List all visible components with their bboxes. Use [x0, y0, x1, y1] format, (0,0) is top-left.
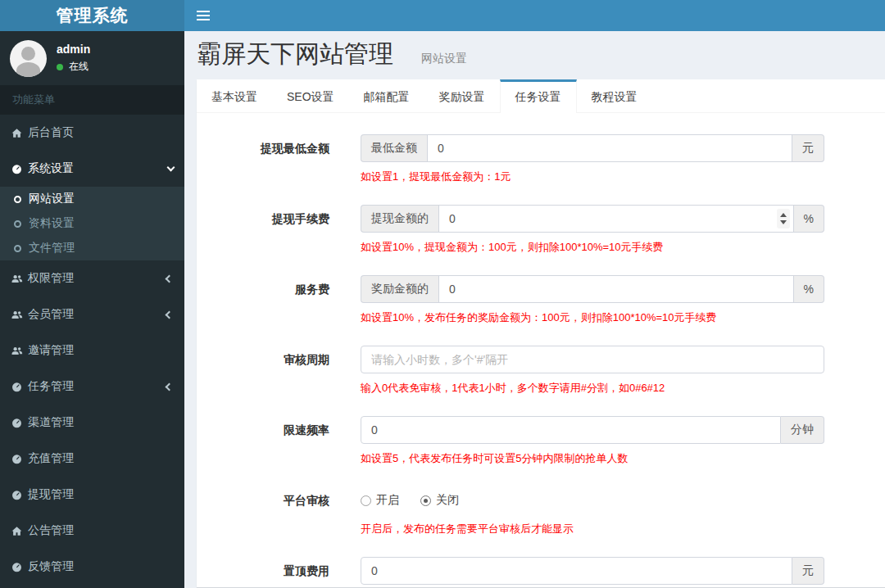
field-input-6[interactable]: [361, 557, 792, 585]
navbar: [184, 0, 885, 31]
users-icon: [11, 273, 23, 285]
chevron-left-icon: [166, 274, 174, 283]
radio-unchecked-icon[interactable]: [361, 495, 371, 506]
field-input-3[interactable]: [361, 346, 824, 373]
sidebar-section-header: 功能菜单: [0, 85, 184, 115]
avatar-head: [21, 47, 35, 61]
field-label: 限速频率: [197, 416, 329, 466]
sidebar-item-6[interactable]: 渠道管理: [0, 405, 184, 441]
user-status: 在线: [57, 60, 90, 74]
form-row-6: 置顶费用元如设置15，置顶费用为每小时15元: [197, 557, 885, 588]
tab-1[interactable]: SEO设置: [272, 79, 349, 112]
radio-checked-icon[interactable]: [420, 495, 431, 506]
radio-option-1[interactable]: 关闭: [420, 493, 459, 508]
field: 奖励金额的%如设置10%，发布任务的奖励金额为：100元，则扣除100*10%=…: [361, 275, 824, 325]
sidebar-item-3[interactable]: 会员管理: [0, 296, 184, 332]
input-wrap: [361, 416, 781, 444]
field-input-1[interactable]: [438, 205, 794, 233]
tab-2[interactable]: 邮箱配置: [349, 79, 424, 112]
tab-4[interactable]: 任务设置: [500, 79, 577, 113]
field: 提现金额的%如设置10%，提现金额为：100元，则扣除100*10%=10元手续…: [361, 205, 824, 255]
sidebar-item-label: 公告管理: [28, 523, 74, 538]
gauge-icon: [11, 163, 23, 175]
submenu-item-1-0[interactable]: 网站设置: [0, 187, 184, 211]
field-hint: 输入0代表免审核，1代表1小时，多个数字请用#分割，如0#6#12: [361, 381, 824, 396]
home-icon: [11, 525, 23, 537]
tab-3[interactable]: 奖励设置: [424, 79, 500, 112]
sidebar-item-5[interactable]: 任务管理: [0, 369, 184, 405]
input-suffix-addon: 分钟: [781, 416, 824, 444]
field-input-2[interactable]: [438, 275, 794, 303]
form-row-1: 提现手续费提现金额的%如设置10%，提现金额为：100元，则扣除100*10%=…: [197, 205, 885, 255]
number-spinner[interactable]: [777, 209, 790, 228]
field-input-4[interactable]: [361, 416, 781, 444]
field-hint: 开启后，发布的任务需要平台审核后才能显示: [361, 522, 824, 536]
circle-icon: [14, 196, 21, 203]
sidebar-item-label: 任务管理: [28, 379, 74, 394]
form-row-2: 服务费奖励金额的%如设置10%，发布任务的奖励金额为：100元，则扣除100*1…: [197, 275, 885, 325]
page-subtitle: 网站设置: [421, 52, 467, 65]
field-input-0[interactable]: [427, 134, 792, 162]
spin-down-icon[interactable]: [780, 220, 787, 224]
chevron-down-icon: [167, 164, 175, 172]
input-group: 提现金额的%: [361, 205, 824, 233]
field: 最低金额元如设置1，提现最低金额为：1元: [361, 134, 824, 184]
input-prefix-addon: 提现金额的: [361, 205, 438, 233]
radio-option-0[interactable]: 开启: [361, 493, 399, 508]
input-group: 分钟: [361, 416, 824, 444]
avatar: [10, 40, 47, 77]
sidebar-item-0[interactable]: 后台首页: [0, 115, 184, 151]
input-prefix-addon: 奖励金额的: [361, 275, 438, 303]
sidebar-item-10[interactable]: 反馈管理: [0, 549, 184, 585]
field-label: 平台审核: [197, 486, 329, 536]
form-row-4: 限速频率分钟如设置5，代表发布任务时可设置5分钟内限制的抢单人数: [197, 416, 885, 466]
spin-up-icon[interactable]: [780, 213, 787, 217]
sidebar-item-label: 充值管理: [28, 451, 74, 466]
page-header: 霸屏天下网站管理 网站设置: [184, 31, 885, 79]
gauge-icon: [11, 561, 23, 573]
sidebar-item-label: 渠道管理: [28, 415, 74, 430]
form-row-3: 审核周期输入0代表免审核，1代表1小时，多个数字请用#分割，如0#6#12: [197, 346, 885, 396]
app-logo: 管理系统: [0, 0, 184, 31]
sidebar-toggle-button[interactable]: [184, 0, 222, 31]
page-title: 霸屏天下网站管理: [197, 40, 393, 67]
input-group: 奖励金额的%: [361, 275, 824, 303]
sidebar-item-7[interactable]: 充值管理: [0, 441, 184, 477]
input-group: 元: [361, 557, 824, 585]
input-wrap: [361, 346, 824, 373]
input-group: 最低金额元: [361, 134, 824, 162]
submenu-item-1-2[interactable]: 文件管理: [0, 236, 184, 260]
sidebar-item-1[interactable]: 系统设置: [0, 151, 184, 187]
sidebar-item-8[interactable]: 提现管理: [0, 477, 184, 513]
sidebar-item-9[interactable]: 公告管理: [0, 513, 184, 549]
field-label: 置顶费用: [197, 557, 329, 588]
field: 开启关闭开启后，发布的任务需要平台审核后才能显示: [361, 486, 824, 536]
sidebar: admin 在线 功能菜单 后台首页系统设置网站设置资料设置文件管理权限管理会员…: [0, 31, 184, 588]
circle-icon: [14, 220, 21, 228]
field-hint: 如设置10%，提现金额为：100元，则扣除100*10%=10元手续费: [361, 240, 824, 255]
input-wrap: [438, 275, 794, 303]
radio-label: 关闭: [436, 493, 459, 508]
avatar-shoulders: [16, 62, 40, 77]
tab-bar: 基本设置SEO设置邮箱配置奖励设置任务设置教程设置: [197, 79, 885, 113]
chevron-left-icon: [166, 382, 174, 391]
input-group: [361, 346, 824, 373]
circle-icon: [14, 245, 21, 252]
radio-group: 开启关闭: [361, 486, 824, 514]
input-wrap: [438, 205, 794, 233]
sidebar-item-4[interactable]: 邀请管理: [0, 332, 184, 369]
sidebar-item-2[interactable]: 权限管理: [0, 260, 184, 296]
sidebar-item-label: 提现管理: [28, 487, 74, 502]
sidebar-item-label: 系统设置: [28, 161, 74, 176]
online-status-dot: [57, 64, 63, 70]
home-icon: [11, 127, 23, 139]
submenu-item-1-1[interactable]: 资料设置: [0, 211, 184, 236]
submenu-item-label: 文件管理: [29, 241, 75, 256]
sidebar-menu: 后台首页系统设置网站设置资料设置文件管理权限管理会员管理邀请管理任务管理渠道管理…: [0, 115, 184, 585]
submenu-item-label: 资料设置: [29, 216, 75, 231]
hamburger-icon: [197, 11, 210, 12]
users-icon: [11, 345, 23, 357]
tab-0[interactable]: 基本设置: [197, 79, 272, 112]
tab-5[interactable]: 教程设置: [577, 79, 652, 112]
gauge-icon: [11, 489, 23, 501]
